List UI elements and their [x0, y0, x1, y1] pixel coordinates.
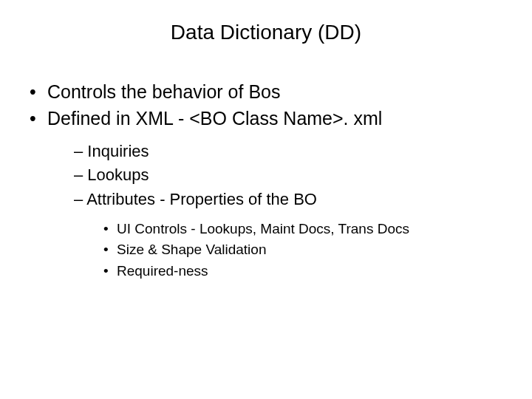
- bullet-text: – Attributes - Properties of the BO: [74, 190, 317, 208]
- slide-title: Data Dictionary (DD): [0, 21, 532, 44]
- bullet-item: Defined in XML - <BO Class Name>. xml – …: [30, 106, 532, 282]
- bullet-item: UI Controls - Lookups, Maint Docs, Trans…: [103, 219, 532, 240]
- bullet-item: – Inquiries: [74, 140, 532, 163]
- bullet-item: Controls the behavior of Bos: [30, 80, 532, 105]
- bullet-list-level3: UI Controls - Lookups, Maint Docs, Trans…: [74, 219, 532, 282]
- slide: Data Dictionary (DD) Controls the behavi…: [0, 0, 532, 399]
- bullet-text: Defined in XML - <BO Class Name>. xml: [47, 108, 382, 129]
- bullet-item: – Lookups: [74, 164, 532, 187]
- bullet-item: Required-ness: [103, 261, 532, 282]
- bullet-list-level2: – Inquiries – Lookups – Attributes - Pro…: [47, 140, 532, 282]
- bullet-list-level1: Controls the behavior of Bos Defined in …: [0, 80, 532, 282]
- bullet-item: Size & Shape Validation: [103, 239, 532, 261]
- bullet-item: – Attributes - Properties of the BO UI C…: [74, 188, 532, 282]
